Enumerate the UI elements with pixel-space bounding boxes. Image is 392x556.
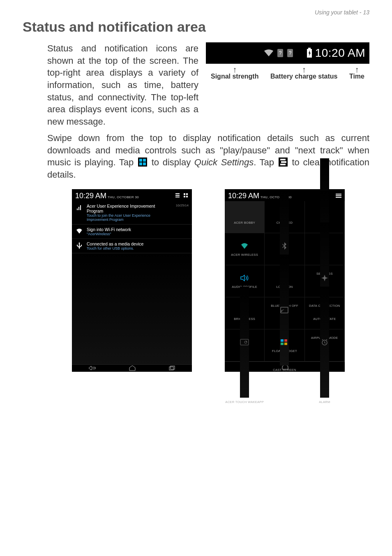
qs-tile-label: ACER BOBBY xyxy=(234,221,255,225)
touch-icon xyxy=(240,287,249,398)
arrow-up-icon: ↑ xyxy=(211,66,258,73)
notification-subtitle: "AcerWireless" xyxy=(87,232,185,236)
qs-tile-alarm[interactable]: ALARM xyxy=(305,329,345,361)
shot1-date: THU, OCTOBER 30 xyxy=(108,195,139,199)
bar-icon xyxy=(75,204,83,212)
wifi-icon xyxy=(263,49,274,57)
notification-title: Sign into Wi-Fi network xyxy=(87,227,185,232)
shot1-time: 10:29 AM xyxy=(75,192,106,200)
qs-tile-label: ACER WIRELESS xyxy=(231,253,258,257)
notification-row[interactable]: ? Sign into Wi-Fi network "AcerWireless" xyxy=(72,225,192,239)
swipe-paragraph: Swipe down from the top to display notif… xyxy=(23,132,369,181)
statusbar-time: 10:20 AM xyxy=(315,46,365,60)
screenshot-notifications: 10:29 AM THU, OCTOBER 30 Acer User Exper… xyxy=(72,189,192,372)
notification-subtitle: Touch to join the Acer User Experience I… xyxy=(87,213,173,222)
qs-tile-acer-bobby[interactable]: ACER BOBBY xyxy=(225,201,265,233)
notification-title: Acer User Experience Improvement Program xyxy=(87,204,173,213)
sim-icon-2: ? xyxy=(286,48,294,58)
notification-title: Connected as a media device xyxy=(87,241,185,246)
arrow-up-icon: ↑ xyxy=(270,66,338,73)
intro-paragraph: Status and notification icons are shown … xyxy=(23,42,198,128)
quick-settings-icon[interactable] xyxy=(184,193,189,198)
wifi-icon xyxy=(240,241,249,250)
qs-tile-cast-screen[interactable]: CAST SCREEN xyxy=(265,297,304,329)
clear-all-icon[interactable] xyxy=(175,193,180,198)
statusbar-render: ? ? 10:20 AM xyxy=(206,42,369,64)
notification-date: 10/25/14 xyxy=(176,204,189,207)
svg-rect-5 xyxy=(308,48,311,49)
svg-rect-7 xyxy=(77,208,78,210)
clear-notifications-icon xyxy=(279,158,288,167)
avatar-icon xyxy=(240,209,249,218)
qs-tile-label: ACER TOUCH WAKEAPP xyxy=(225,400,264,404)
svg-text:?: ? xyxy=(279,50,281,56)
svg-rect-8 xyxy=(78,207,79,210)
wifi-q-icon: ? xyxy=(75,227,83,235)
svg-text:?: ? xyxy=(288,50,291,56)
svg-rect-11 xyxy=(169,367,173,370)
page-header: Using your tablet - 13 xyxy=(23,9,369,16)
back-icon[interactable] xyxy=(88,366,96,371)
recents-icon[interactable] xyxy=(169,366,175,371)
speaker-icon xyxy=(240,273,249,283)
quick-settings-icon xyxy=(138,158,147,167)
sim-icon: ? xyxy=(277,48,284,58)
arrow-up-icon: ↑ xyxy=(349,66,364,73)
section-title: Status and notification area xyxy=(23,19,369,35)
dimmed-homescreen xyxy=(72,253,192,364)
label-battery: ↑ Battery charge status xyxy=(270,66,338,80)
notification-row[interactable]: Acer User Experience Improvement Program… xyxy=(72,201,192,225)
battery-bolt-icon xyxy=(306,48,313,58)
cast-icon xyxy=(280,255,289,366)
qs-tile-acer-wireless[interactable]: ACER WIRELESS xyxy=(225,233,265,265)
shot2-time: 10:29 AM xyxy=(228,192,259,200)
label-signal: ↑ Signal strength xyxy=(211,66,258,80)
svg-text:?: ? xyxy=(81,229,83,232)
svg-rect-9 xyxy=(80,205,81,210)
qs-tile-label: ALARM xyxy=(319,400,330,404)
statusbar-figure: ? ? 10:20 AM ↑ Signal strength ↑ Battery… xyxy=(206,42,369,128)
notifications-list-icon[interactable] xyxy=(336,193,341,198)
nav-bar xyxy=(72,364,192,372)
label-time: ↑ Time xyxy=(349,66,364,80)
svg-rect-29 xyxy=(281,307,288,313)
home-icon[interactable] xyxy=(129,365,136,371)
svg-rect-12 xyxy=(171,366,175,369)
notification-row[interactable]: Connected as a media device Touch for ot… xyxy=(72,239,192,253)
usb-icon xyxy=(75,241,83,250)
alarm-icon xyxy=(320,287,329,398)
qs-tile-acer-touch-wakeapp[interactable]: ACER TOUCH WAKEAPP xyxy=(225,329,265,361)
notification-subtitle: Touch for other USB options. xyxy=(87,246,185,250)
screenshot-quick-settings: 10:29 AM THU, OCTOBER 30 ACER BOBBYCHARG… xyxy=(225,189,345,372)
